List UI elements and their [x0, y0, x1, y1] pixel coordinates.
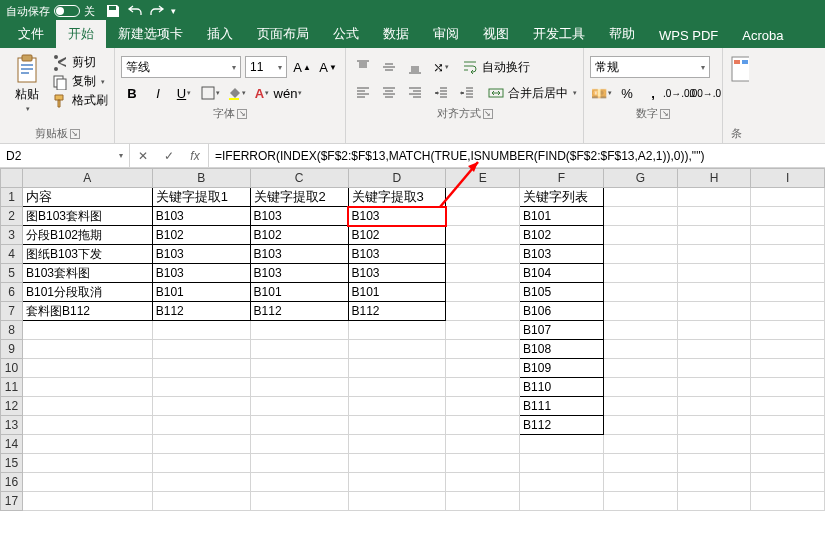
cell[interactable]: [677, 435, 751, 454]
wrap-text-button[interactable]: 自动换行: [462, 59, 530, 76]
cell[interactable]: [22, 359, 152, 378]
cell[interactable]: [751, 226, 825, 245]
cell[interactable]: [677, 473, 751, 492]
tab-wps[interactable]: WPS PDF: [647, 23, 730, 48]
cell[interactable]: [348, 435, 446, 454]
cell[interactable]: B102: [152, 226, 250, 245]
copy-button[interactable]: 复制▾: [52, 73, 108, 90]
underline-button[interactable]: U▾: [173, 82, 195, 104]
row-header[interactable]: 16: [1, 473, 23, 492]
cell[interactable]: B106: [520, 302, 604, 321]
increase-decimal-button[interactable]: .0→.00: [668, 82, 690, 104]
cell[interactable]: B108: [520, 340, 604, 359]
row-header[interactable]: 2: [1, 207, 23, 226]
cell[interactable]: [348, 454, 446, 473]
row-header[interactable]: 11: [1, 378, 23, 397]
align-bottom-button[interactable]: [404, 56, 426, 78]
tab-acrobat[interactable]: Acroba: [730, 23, 795, 48]
tab-data[interactable]: 数据: [371, 20, 421, 48]
cell[interactable]: B103: [348, 264, 446, 283]
row-header[interactable]: 17: [1, 492, 23, 511]
decrease-decimal-button[interactable]: .00→.0: [694, 82, 716, 104]
cell[interactable]: [22, 340, 152, 359]
cell[interactable]: B102: [520, 226, 604, 245]
cell[interactable]: 关键字提取1: [152, 188, 250, 207]
cell[interactable]: 图纸B103下发: [22, 245, 152, 264]
row-header[interactable]: 7: [1, 302, 23, 321]
cell[interactable]: [677, 359, 751, 378]
cell[interactable]: [348, 416, 446, 435]
comma-button[interactable]: ,: [642, 82, 664, 104]
cell[interactable]: [603, 188, 677, 207]
cell[interactable]: B103: [152, 245, 250, 264]
cell[interactable]: [603, 283, 677, 302]
cell[interactable]: [751, 264, 825, 283]
decrease-indent-button[interactable]: [430, 82, 452, 104]
cell[interactable]: [446, 188, 520, 207]
cell[interactable]: [22, 435, 152, 454]
cell[interactable]: [152, 359, 250, 378]
cell[interactable]: [603, 226, 677, 245]
cell[interactable]: [446, 416, 520, 435]
cell[interactable]: [751, 283, 825, 302]
cell[interactable]: [751, 473, 825, 492]
cell[interactable]: B103: [520, 245, 604, 264]
cell[interactable]: B103: [250, 245, 348, 264]
cell[interactable]: B105: [520, 283, 604, 302]
col-header[interactable]: I: [751, 169, 825, 188]
cell[interactable]: B109: [520, 359, 604, 378]
cell[interactable]: B111: [520, 397, 604, 416]
cell[interactable]: [520, 454, 604, 473]
cell[interactable]: [250, 435, 348, 454]
cell[interactable]: [152, 492, 250, 511]
bold-button[interactable]: B: [121, 82, 143, 104]
cell[interactable]: [677, 226, 751, 245]
align-center-button[interactable]: [378, 82, 400, 104]
cell[interactable]: [751, 359, 825, 378]
cell[interactable]: [446, 302, 520, 321]
cell[interactable]: [446, 207, 520, 226]
orientation-button[interactable]: ⤭▾: [430, 56, 452, 78]
tab-help[interactable]: 帮助: [597, 20, 647, 48]
cell[interactable]: [603, 397, 677, 416]
row-header[interactable]: 1: [1, 188, 23, 207]
cancel-formula-button[interactable]: ✕: [130, 149, 156, 163]
cell[interactable]: [677, 188, 751, 207]
save-icon[interactable]: [105, 3, 121, 19]
cell[interactable]: [22, 416, 152, 435]
cell[interactable]: [677, 340, 751, 359]
percent-button[interactable]: %: [616, 82, 638, 104]
cell[interactable]: B104: [520, 264, 604, 283]
cell[interactable]: [446, 245, 520, 264]
cell[interactable]: [751, 378, 825, 397]
cell[interactable]: B107: [520, 321, 604, 340]
cell[interactable]: [348, 340, 446, 359]
col-header[interactable]: A: [22, 169, 152, 188]
cell[interactable]: [446, 359, 520, 378]
cell[interactable]: B103: [348, 245, 446, 264]
cell[interactable]: [446, 378, 520, 397]
cell[interactable]: [677, 416, 751, 435]
cell[interactable]: B101: [520, 207, 604, 226]
cell[interactable]: [348, 359, 446, 378]
cell[interactable]: [446, 397, 520, 416]
tab-newtab[interactable]: 新建选项卡: [106, 20, 195, 48]
cut-button[interactable]: 剪切: [52, 54, 108, 71]
autosave-toggle[interactable]: 自动保存 关: [6, 4, 95, 19]
cell[interactable]: B112: [348, 302, 446, 321]
cell[interactable]: B112: [520, 416, 604, 435]
cell[interactable]: [677, 492, 751, 511]
cell[interactable]: [603, 207, 677, 226]
cell[interactable]: [603, 492, 677, 511]
row-header[interactable]: 9: [1, 340, 23, 359]
cell[interactable]: [152, 435, 250, 454]
cell[interactable]: [751, 340, 825, 359]
cell[interactable]: [22, 378, 152, 397]
cell[interactable]: [22, 492, 152, 511]
align-middle-button[interactable]: [378, 56, 400, 78]
cell[interactable]: [677, 378, 751, 397]
cell[interactable]: B103: [250, 207, 348, 226]
cell[interactable]: [677, 207, 751, 226]
cell[interactable]: B101: [348, 283, 446, 302]
col-header[interactable]: H: [677, 169, 751, 188]
